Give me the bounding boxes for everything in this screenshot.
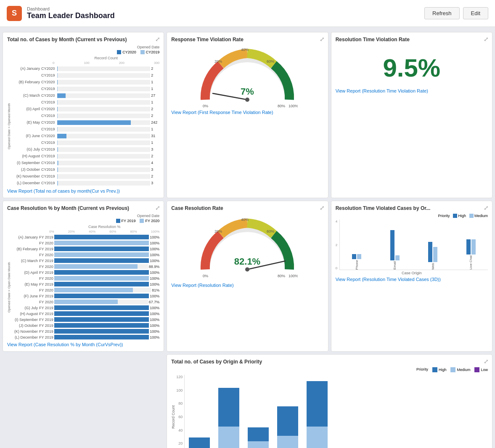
legend-cy2019: CY2019	[140, 50, 160, 54]
cases-by-origin-widget: Total no. of Cases by Origin & Priority …	[167, 354, 492, 448]
livechat-bar-group: Live Chat	[454, 239, 488, 270]
case-origin-label: Case Origin	[336, 271, 488, 275]
cases-by-month-title: Total no. of Cases by Month (Current vs …	[7, 37, 159, 42]
svg-text:0%: 0%	[203, 104, 208, 108]
expand-icon[interactable]: ⤢	[484, 358, 489, 365]
table-row: (C) MarchFY 2019100%	[12, 258, 159, 263]
expand-icon[interactable]: ⤢	[484, 36, 489, 42]
web-origin-bar	[277, 406, 298, 448]
header-left: S Dashboard Team Leader Dashboard	[7, 6, 115, 21]
livechat-bars	[466, 239, 476, 254]
header-buttons: Refresh Edit	[424, 7, 488, 19]
table-row: (I) SeptemberFY 2019100%	[12, 317, 159, 322]
case-res-title: Case Resolution % by Month (Current vs P…	[7, 205, 159, 211]
table-row: (L) DecemberCY20193	[12, 180, 159, 186]
pct-x-label: Case Resolution %	[49, 225, 159, 229]
resolution-time-rate-report-link[interactable]: View Report (Resolution Time Violation R…	[336, 88, 488, 93]
expand-icon[interactable]: ⤢	[484, 204, 489, 211]
phone-bars	[352, 254, 361, 259]
svg-point-1	[245, 98, 249, 102]
svg-text:80%: 80%	[278, 274, 285, 278]
svg-text:40%: 40%	[241, 48, 249, 52]
pct-chart-body: Opened Date > Open Date Month (A) Januar…	[7, 234, 159, 340]
origin-priority-legend: Priority High Medium Low	[171, 367, 488, 372]
origin-low-color	[474, 367, 479, 372]
opened-date-label: Opened Date	[7, 45, 159, 49]
resolution-violated-link[interactable]: View Report (Resolution Time Violated Ca…	[336, 277, 488, 282]
phone-origin-group: Phone	[218, 388, 239, 448]
web-bars	[428, 242, 437, 262]
y-axis-label: Opened Date > Opened Month	[7, 66, 11, 187]
case-resolution-title: Case Resolution Rate	[171, 205, 323, 211]
response-time-report-link[interactable]: View Report (First Response Time Violati…	[171, 110, 323, 115]
high-color	[453, 214, 457, 218]
case-resolution-report-link[interactable]: View Report (Resolution Rate)	[171, 283, 323, 288]
email-origin-high	[248, 427, 269, 441]
response-gauge-svg: 0% 20% 40% 60% 80% 100% 7%	[197, 45, 298, 108]
origin-low-legend: Low	[474, 367, 488, 372]
chart-body: Opened Date > Opened Month (A) JanuaryCY…	[7, 66, 159, 187]
cases-by-month-report-link[interactable]: View Report (Total no.of cases by month(…	[7, 188, 159, 194]
resolution-time-rate-widget: Resolution Time Violation Rate ⤢ 9.5% Vi…	[331, 32, 492, 198]
table-row: (I) SeptemberCY20194	[12, 160, 159, 166]
expand-icon[interactable]: ⤢	[155, 36, 160, 42]
svg-text:100%: 100%	[289, 274, 298, 278]
response-time-title: Response Time Violation Rate	[171, 37, 323, 42]
email-origin-bar	[248, 427, 269, 448]
edit-button[interactable]: Edit	[463, 7, 488, 19]
table-row: (K) NovemberFY 2019100%	[12, 329, 159, 334]
phone-medium-bar	[357, 254, 361, 259]
phone-label: Phone	[355, 260, 359, 270]
page-title: Team Leader Dashboard	[27, 11, 115, 20]
cases-legend: CY2020 CY2019	[7, 50, 159, 54]
response-time-widget: Response Time Violation Rate ⤢ 0% 20%	[167, 32, 328, 198]
fy2019-label: FY 2019	[122, 219, 136, 223]
origin-y-axis-label: Record Count	[171, 375, 175, 448]
livechat-medium-bar	[471, 239, 476, 254]
email-bars	[390, 230, 400, 260]
x-axis-header: Record Count	[7, 56, 159, 60]
table-row: (J) OctoberCY20193	[12, 167, 159, 172]
refresh-button[interactable]: Refresh	[424, 7, 460, 19]
table-row: CY20191	[12, 86, 159, 92]
dash-high	[189, 437, 210, 448]
table-row: (F) JuneFY 2019100%	[12, 293, 159, 299]
email-label: Email	[393, 261, 397, 270]
livechat-high-bar	[466, 239, 471, 254]
gauge-container: 0% 20% 40% 60% 80% 100% 7%	[171, 45, 323, 108]
web-bar-group: Web	[416, 242, 450, 270]
web-origin-group: Web	[277, 406, 298, 448]
expand-icon[interactable]: ⤢	[155, 204, 160, 211]
web-medium-bar	[433, 247, 437, 262]
web-origin-high	[277, 406, 298, 436]
table-row: (K) NovemberCY20192	[12, 173, 159, 179]
svg-text:60%: 60%	[267, 59, 274, 64]
case-res-month-link[interactable]: View Report (Case Resolution % by Month …	[7, 342, 159, 347]
table-row: (F) JuneCY202031	[12, 133, 159, 139]
email-origin-group: Email	[248, 427, 269, 448]
svg-text:100%: 100%	[289, 104, 298, 108]
livechat-origin-high	[307, 381, 328, 427]
title-group: Dashboard Team Leader Dashboard	[27, 6, 115, 20]
x-ticks: 0 100 200 300	[7, 61, 159, 65]
table-row: (B) FebruaryFY 2019100%	[12, 246, 159, 252]
case-resolution-svg: 0% 20% 40% 60% 80% 100% 82.1%	[197, 214, 298, 281]
case-resolution-gauge: 0% 20% 40% 60% 80% 100% 82.1%	[171, 214, 323, 281]
table-row: (E) MayCY2020242	[12, 119, 159, 125]
y-axis-violated: 4 2 0	[336, 220, 339, 270]
pct-y-label: Opened Date > Open Date Month	[7, 234, 11, 340]
table-row: (H) AugustFY 2019100%	[12, 311, 159, 316]
x-axis-label: Record Count	[53, 56, 159, 60]
cases-origin-title: Total no. of Cases by Origin & Priority	[171, 359, 488, 365]
cy2020-label: CY2020	[122, 50, 136, 54]
pct-x-axis: Case Resolution %	[7, 225, 159, 229]
expand-icon[interactable]: ⤢	[320, 204, 325, 211]
pct-x-ticks: 0%20%40%60%80%100%	[7, 230, 159, 233]
expand-icon[interactable]: ⤢	[320, 36, 325, 42]
livechat-origin-bar	[307, 381, 328, 448]
svg-text:60%: 60%	[267, 229, 274, 233]
table-row: FY 202088.9%	[12, 264, 159, 269]
table-row: CY20192	[12, 113, 159, 119]
case-res-legend: FY 2019 FY 2020	[7, 219, 159, 223]
resolution-time-rate-title: Resolution Time Violation Rate	[336, 37, 488, 42]
